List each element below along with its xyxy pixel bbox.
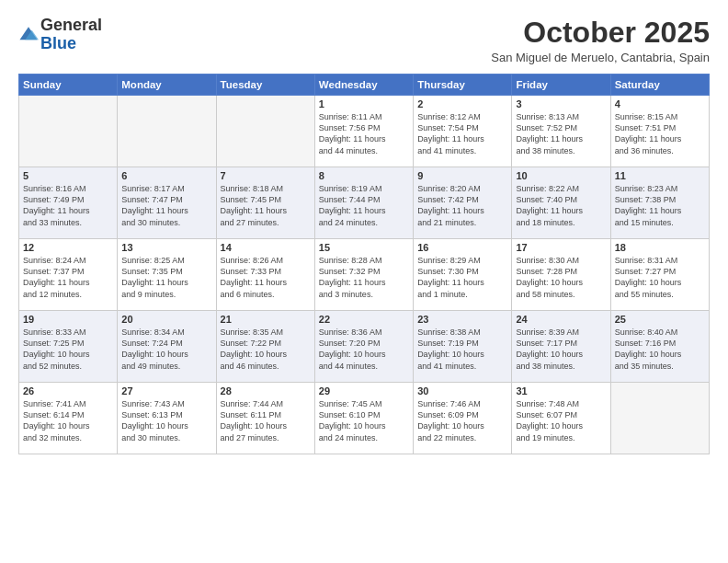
day-info: Sunrise: 7:44 AM Sunset: 6:11 PM Dayligh… [221,398,311,443]
calendar-cell: 10Sunrise: 8:22 AM Sunset: 7:40 PM Dayli… [512,167,610,239]
logo-icon [18,25,39,45]
calendar-cell [216,96,314,167]
day-number: 16 [417,242,507,253]
day-number: 24 [516,314,606,325]
calendar-cell: 7Sunrise: 8:18 AM Sunset: 7:45 PM Daylig… [216,167,314,239]
calendar-cell: 6Sunrise: 8:17 AM Sunset: 7:47 PM Daylig… [118,167,216,239]
day-info: Sunrise: 8:26 AM Sunset: 7:33 PM Dayligh… [221,255,311,300]
calendar-cell: 18Sunrise: 8:31 AM Sunset: 7:27 PM Dayli… [610,239,709,311]
calendar-cell: 8Sunrise: 8:19 AM Sunset: 7:44 PM Daylig… [314,167,413,239]
day-number: 12 [23,242,113,253]
month-title: October 2025 [491,17,710,49]
calendar-cell: 22Sunrise: 8:36 AM Sunset: 7:20 PM Dayli… [314,311,413,383]
day-number: 25 [615,314,705,325]
calendar-header-tuesday: Tuesday [216,75,314,96]
day-number: 23 [417,314,507,325]
calendar-header-sunday: Sunday [19,75,118,96]
day-number: 5 [23,170,113,181]
day-info: Sunrise: 8:35 AM Sunset: 7:22 PM Dayligh… [221,327,311,372]
day-number: 2 [417,98,507,109]
calendar-header-row: SundayMondayTuesdayWednesdayThursdayFrid… [19,75,710,96]
day-info: Sunrise: 8:18 AM Sunset: 7:45 PM Dayligh… [221,183,311,228]
calendar-header-wednesday: Wednesday [314,75,413,96]
calendar-cell: 11Sunrise: 8:23 AM Sunset: 7:38 PM Dayli… [610,167,709,239]
day-number: 4 [615,98,705,109]
day-number: 9 [417,170,507,181]
day-info: Sunrise: 8:36 AM Sunset: 7:20 PM Dayligh… [319,327,409,372]
calendar-cell: 14Sunrise: 8:26 AM Sunset: 7:33 PM Dayli… [216,239,314,311]
calendar-cell: 27Sunrise: 7:43 AM Sunset: 6:13 PM Dayli… [118,383,216,454]
header-right: October 2025 San Miguel de Meruelo, Cant… [491,17,710,64]
calendar-header-friday: Friday [512,75,610,96]
day-number: 18 [615,242,705,253]
day-info: Sunrise: 8:25 AM Sunset: 7:35 PM Dayligh… [121,255,211,300]
day-number: 14 [221,242,311,253]
day-info: Sunrise: 8:15 AM Sunset: 7:51 PM Dayligh… [615,111,705,156]
calendar-cell: 15Sunrise: 8:28 AM Sunset: 7:32 PM Dayli… [314,239,413,311]
day-number: 1 [319,98,409,109]
day-number: 19 [23,314,113,325]
calendar-cell: 20Sunrise: 8:34 AM Sunset: 7:24 PM Dayli… [118,311,216,383]
day-info: Sunrise: 7:45 AM Sunset: 6:10 PM Dayligh… [319,398,409,443]
calendar-cell: 30Sunrise: 7:46 AM Sunset: 6:09 PM Dayli… [414,383,512,454]
day-info: Sunrise: 8:11 AM Sunset: 7:56 PM Dayligh… [319,111,409,156]
calendar-cell: 19Sunrise: 8:33 AM Sunset: 7:25 PM Dayli… [19,311,118,383]
calendar-header-monday: Monday [118,75,216,96]
day-info: Sunrise: 8:17 AM Sunset: 7:47 PM Dayligh… [121,183,211,228]
day-number: 10 [516,170,606,181]
day-info: Sunrise: 8:12 AM Sunset: 7:54 PM Dayligh… [417,111,507,156]
day-info: Sunrise: 8:39 AM Sunset: 7:17 PM Dayligh… [516,327,606,372]
day-number: 30 [417,385,507,396]
day-info: Sunrise: 7:41 AM Sunset: 6:14 PM Dayligh… [23,398,113,443]
calendar-week-row: 19Sunrise: 8:33 AM Sunset: 7:25 PM Dayli… [19,311,710,383]
calendar-cell: 25Sunrise: 8:40 AM Sunset: 7:16 PM Dayli… [610,311,709,383]
location: San Miguel de Meruelo, Cantabria, Spain [491,51,710,64]
logo-blue-text: Blue [40,34,76,52]
calendar-cell: 5Sunrise: 8:16 AM Sunset: 7:49 PM Daylig… [19,167,118,239]
day-info: Sunrise: 8:22 AM Sunset: 7:40 PM Dayligh… [516,183,606,228]
day-number: 21 [221,314,311,325]
logo-general-text: General [40,16,102,34]
calendar-cell [118,96,216,167]
calendar-week-row: 26Sunrise: 7:41 AM Sunset: 6:14 PM Dayli… [19,383,710,454]
day-number: 27 [121,385,211,396]
calendar-cell: 1Sunrise: 8:11 AM Sunset: 7:56 PM Daylig… [314,96,413,167]
calendar-cell: 3Sunrise: 8:13 AM Sunset: 7:52 PM Daylig… [512,96,610,167]
day-info: Sunrise: 8:13 AM Sunset: 7:52 PM Dayligh… [516,111,606,156]
day-info: Sunrise: 8:31 AM Sunset: 7:27 PM Dayligh… [615,255,705,300]
calendar-cell: 9Sunrise: 8:20 AM Sunset: 7:42 PM Daylig… [414,167,512,239]
page: General Blue October 2025 San Miguel de … [0,0,728,563]
day-number: 28 [221,385,311,396]
calendar-cell: 13Sunrise: 8:25 AM Sunset: 7:35 PM Dayli… [118,239,216,311]
day-info: Sunrise: 8:33 AM Sunset: 7:25 PM Dayligh… [23,327,113,372]
calendar-cell [610,383,709,454]
day-info: Sunrise: 7:48 AM Sunset: 6:07 PM Dayligh… [516,398,606,443]
calendar-cell: 21Sunrise: 8:35 AM Sunset: 7:22 PM Dayli… [216,311,314,383]
day-number: 7 [221,170,311,181]
day-number: 17 [516,242,606,253]
day-number: 15 [319,242,409,253]
calendar-week-row: 12Sunrise: 8:24 AM Sunset: 7:37 PM Dayli… [19,239,710,311]
day-info: Sunrise: 7:43 AM Sunset: 6:13 PM Dayligh… [121,398,211,443]
day-number: 26 [23,385,113,396]
calendar-cell: 17Sunrise: 8:30 AM Sunset: 7:28 PM Dayli… [512,239,610,311]
day-info: Sunrise: 7:46 AM Sunset: 6:09 PM Dayligh… [417,398,507,443]
day-number: 22 [319,314,409,325]
header: General Blue October 2025 San Miguel de … [18,17,710,64]
day-number: 3 [516,98,606,109]
calendar-cell: 28Sunrise: 7:44 AM Sunset: 6:11 PM Dayli… [216,383,314,454]
calendar-header-saturday: Saturday [610,75,709,96]
day-info: Sunrise: 8:29 AM Sunset: 7:30 PM Dayligh… [417,255,507,300]
calendar-cell: 16Sunrise: 8:29 AM Sunset: 7:30 PM Dayli… [414,239,512,311]
day-number: 31 [516,385,606,396]
day-info: Sunrise: 8:28 AM Sunset: 7:32 PM Dayligh… [319,255,409,300]
day-number: 29 [319,385,409,396]
calendar-cell: 31Sunrise: 7:48 AM Sunset: 6:07 PM Dayli… [512,383,610,454]
day-info: Sunrise: 8:34 AM Sunset: 7:24 PM Dayligh… [121,327,211,372]
logo: General Blue [18,17,102,53]
day-number: 6 [121,170,211,181]
day-info: Sunrise: 8:38 AM Sunset: 7:19 PM Dayligh… [417,327,507,372]
day-number: 20 [121,314,211,325]
day-info: Sunrise: 8:19 AM Sunset: 7:44 PM Dayligh… [319,183,409,228]
calendar-cell: 26Sunrise: 7:41 AM Sunset: 6:14 PM Dayli… [19,383,118,454]
